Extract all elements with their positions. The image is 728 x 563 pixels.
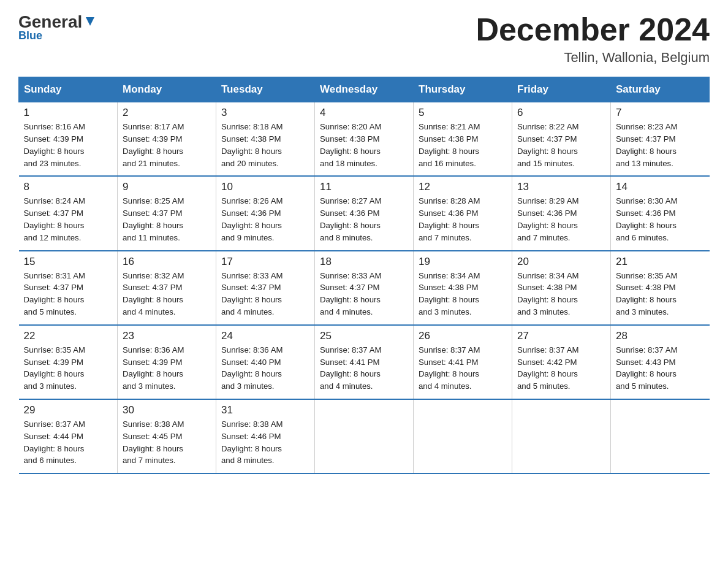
day-info: Sunrise: 8:38 AM Sunset: 4:45 PM Dayligh… (123, 418, 211, 467)
day-number: 29 (24, 404, 113, 416)
day-number: 26 (419, 330, 507, 342)
day-info: Sunrise: 8:35 AM Sunset: 4:38 PM Dayligh… (616, 270, 705, 318)
day-info: Sunrise: 8:34 AM Sunset: 4:38 PM Dayligh… (419, 270, 507, 318)
calendar-cell: 25 Sunrise: 8:37 AM Sunset: 4:41 PM Dayl… (315, 325, 414, 399)
calendar-cell: 11 Sunrise: 8:27 AM Sunset: 4:36 PM Dayl… (315, 176, 414, 250)
day-info: Sunrise: 8:33 AM Sunset: 4:37 PM Dayligh… (320, 270, 408, 318)
day-number: 2 (123, 107, 211, 119)
calendar-cell: 2 Sunrise: 8:17 AM Sunset: 4:39 PM Dayli… (118, 102, 216, 177)
calendar-cell: 12 Sunrise: 8:28 AM Sunset: 4:36 PM Dayl… (414, 176, 512, 250)
week-row-3: 15 Sunrise: 8:31 AM Sunset: 4:37 PM Dayl… (19, 251, 710, 325)
day-info: Sunrise: 8:32 AM Sunset: 4:37 PM Dayligh… (123, 270, 211, 318)
day-number: 22 (24, 330, 113, 342)
day-info: Sunrise: 8:28 AM Sunset: 4:36 PM Dayligh… (419, 195, 507, 243)
col-thursday: Thursday (414, 77, 512, 102)
day-info: Sunrise: 8:21 AM Sunset: 4:38 PM Dayligh… (419, 121, 507, 169)
day-number: 11 (320, 181, 408, 193)
day-number: 9 (123, 181, 211, 193)
day-number: 15 (24, 256, 113, 268)
calendar-cell: 18 Sunrise: 8:33 AM Sunset: 4:37 PM Dayl… (315, 251, 414, 325)
day-number: 1 (24, 107, 113, 119)
col-friday: Friday (512, 77, 611, 102)
calendar-cell: 7 Sunrise: 8:23 AM Sunset: 4:37 PM Dayli… (611, 102, 710, 177)
calendar-cell (512, 399, 611, 473)
week-row-2: 8 Sunrise: 8:24 AM Sunset: 4:37 PM Dayli… (19, 176, 710, 250)
day-number: 30 (123, 404, 211, 416)
day-info: Sunrise: 8:23 AM Sunset: 4:37 PM Dayligh… (616, 121, 705, 169)
col-wednesday: Wednesday (315, 77, 414, 102)
day-info: Sunrise: 8:31 AM Sunset: 4:37 PM Dayligh… (24, 270, 113, 318)
day-info: Sunrise: 8:17 AM Sunset: 4:39 PM Dayligh… (123, 121, 211, 169)
svg-marker-0 (86, 17, 94, 26)
col-saturday: Saturday (611, 77, 710, 102)
calendar-cell: 13 Sunrise: 8:29 AM Sunset: 4:36 PM Dayl… (512, 176, 611, 250)
calendar-cell: 3 Sunrise: 8:18 AM Sunset: 4:38 PM Dayli… (216, 102, 315, 177)
col-tuesday: Tuesday (216, 77, 315, 102)
day-number: 21 (616, 256, 705, 268)
day-number: 27 (517, 330, 605, 342)
day-info: Sunrise: 8:37 AM Sunset: 4:41 PM Dayligh… (320, 344, 408, 393)
calendar-cell: 17 Sunrise: 8:33 AM Sunset: 4:37 PM Dayl… (216, 251, 315, 325)
day-number: 18 (320, 256, 408, 268)
calendar-cell: 19 Sunrise: 8:34 AM Sunset: 4:38 PM Dayl… (414, 251, 512, 325)
day-info: Sunrise: 8:25 AM Sunset: 4:37 PM Dayligh… (123, 195, 211, 243)
calendar-cell: 4 Sunrise: 8:20 AM Sunset: 4:38 PM Dayli… (315, 102, 414, 177)
day-info: Sunrise: 8:37 AM Sunset: 4:44 PM Dayligh… (24, 418, 113, 467)
day-info: Sunrise: 8:16 AM Sunset: 4:39 PM Dayligh… (24, 121, 113, 169)
calendar-cell: 15 Sunrise: 8:31 AM Sunset: 4:37 PM Dayl… (19, 251, 118, 325)
logo-triangle-icon (83, 15, 97, 28)
day-info: Sunrise: 8:18 AM Sunset: 4:38 PM Dayligh… (221, 121, 309, 169)
day-number: 4 (320, 107, 408, 119)
day-info: Sunrise: 8:26 AM Sunset: 4:36 PM Dayligh… (221, 195, 309, 243)
calendar-cell: 22 Sunrise: 8:35 AM Sunset: 4:39 PM Dayl… (19, 325, 118, 399)
day-info: Sunrise: 8:29 AM Sunset: 4:36 PM Dayligh… (517, 195, 605, 243)
calendar-cell (315, 399, 414, 473)
day-info: Sunrise: 8:27 AM Sunset: 4:36 PM Dayligh… (320, 195, 408, 243)
calendar-cell: 28 Sunrise: 8:37 AM Sunset: 4:43 PM Dayl… (611, 325, 710, 399)
logo: General Blue (18, 12, 97, 42)
logo-blue-text: Blue (18, 29, 42, 42)
day-info: Sunrise: 8:37 AM Sunset: 4:42 PM Dayligh… (517, 344, 605, 393)
calendar-cell: 23 Sunrise: 8:36 AM Sunset: 4:39 PM Dayl… (118, 325, 216, 399)
week-row-4: 22 Sunrise: 8:35 AM Sunset: 4:39 PM Dayl… (19, 325, 710, 399)
calendar-cell (414, 399, 512, 473)
day-info: Sunrise: 8:36 AM Sunset: 4:40 PM Dayligh… (221, 344, 309, 393)
day-number: 7 (616, 107, 705, 119)
day-number: 25 (320, 330, 408, 342)
day-number: 14 (616, 181, 705, 193)
calendar-cell: 14 Sunrise: 8:30 AM Sunset: 4:36 PM Dayl… (611, 176, 710, 250)
day-number: 12 (419, 181, 507, 193)
day-info: Sunrise: 8:38 AM Sunset: 4:46 PM Dayligh… (221, 418, 309, 467)
col-sunday: Sunday (19, 77, 118, 102)
day-info: Sunrise: 8:20 AM Sunset: 4:38 PM Dayligh… (320, 121, 408, 169)
day-number: 23 (123, 330, 211, 342)
week-row-5: 29 Sunrise: 8:37 AM Sunset: 4:44 PM Dayl… (19, 399, 710, 473)
calendar-cell: 9 Sunrise: 8:25 AM Sunset: 4:37 PM Dayli… (118, 176, 216, 250)
day-info: Sunrise: 8:34 AM Sunset: 4:38 PM Dayligh… (517, 270, 605, 318)
calendar-cell: 1 Sunrise: 8:16 AM Sunset: 4:39 PM Dayli… (19, 102, 118, 177)
page-header: General Blue December 2024 Tellin, Wallo… (18, 12, 710, 66)
calendar-cell: 8 Sunrise: 8:24 AM Sunset: 4:37 PM Dayli… (19, 176, 118, 250)
month-title: December 2024 (476, 12, 710, 47)
day-number: 10 (221, 181, 309, 193)
calendar-cell: 31 Sunrise: 8:38 AM Sunset: 4:46 PM Dayl… (216, 399, 315, 473)
calendar-cell: 26 Sunrise: 8:37 AM Sunset: 4:41 PM Dayl… (414, 325, 512, 399)
calendar-header-row: Sunday Monday Tuesday Wednesday Thursday… (19, 77, 710, 102)
day-info: Sunrise: 8:22 AM Sunset: 4:37 PM Dayligh… (517, 121, 605, 169)
calendar-cell: 16 Sunrise: 8:32 AM Sunset: 4:37 PM Dayl… (118, 251, 216, 325)
day-info: Sunrise: 8:37 AM Sunset: 4:41 PM Dayligh… (419, 344, 507, 393)
day-info: Sunrise: 8:36 AM Sunset: 4:39 PM Dayligh… (123, 344, 211, 393)
day-number: 6 (517, 107, 605, 119)
day-info: Sunrise: 8:35 AM Sunset: 4:39 PM Dayligh… (24, 344, 113, 393)
day-number: 19 (419, 256, 507, 268)
calendar-cell: 20 Sunrise: 8:34 AM Sunset: 4:38 PM Dayl… (512, 251, 611, 325)
week-row-1: 1 Sunrise: 8:16 AM Sunset: 4:39 PM Dayli… (19, 102, 710, 177)
day-number: 28 (616, 330, 705, 342)
day-info: Sunrise: 8:33 AM Sunset: 4:37 PM Dayligh… (221, 270, 309, 318)
calendar-table: Sunday Monday Tuesday Wednesday Thursday… (18, 77, 710, 474)
day-number: 13 (517, 181, 605, 193)
location-title: Tellin, Wallonia, Belgium (476, 50, 710, 66)
calendar-cell: 29 Sunrise: 8:37 AM Sunset: 4:44 PM Dayl… (19, 399, 118, 473)
day-info: Sunrise: 8:37 AM Sunset: 4:43 PM Dayligh… (616, 344, 705, 393)
calendar-cell: 6 Sunrise: 8:22 AM Sunset: 4:37 PM Dayli… (512, 102, 611, 177)
